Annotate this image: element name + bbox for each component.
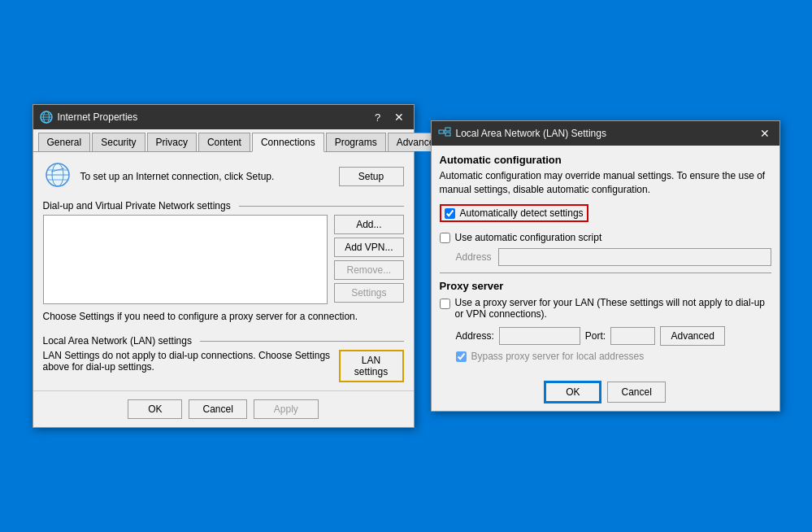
- bypass-checkbox[interactable]: [456, 351, 467, 362]
- tab-connections[interactable]: Connections: [252, 133, 324, 152]
- auto-detect-row: Automatically detect settings: [440, 204, 771, 227]
- auto-config-desc: Automatic configuration may override man…: [440, 169, 771, 197]
- svg-rect-11: [439, 130, 444, 133]
- proxy-use-checkbox[interactable]: [440, 299, 450, 309]
- lan-icon: [438, 127, 451, 140]
- advanced-button[interactable]: Advanced: [660, 326, 725, 346]
- vpn-buttons: Add... Add VPN... Remove... Settings: [334, 215, 403, 304]
- svg-rect-13: [445, 133, 450, 136]
- ok-button[interactable]: OK: [128, 399, 182, 419]
- vpn-section-label: Dial-up and Virtual Private Network sett…: [43, 200, 404, 211]
- proxy-port-label: Port:: [585, 330, 606, 342]
- divider: [440, 273, 771, 273]
- auto-script-label: Use automatic configuration script: [455, 232, 602, 243]
- bypass-row: Bypass proxy server for local addresses: [456, 351, 771, 362]
- help-button[interactable]: ?: [370, 109, 386, 125]
- apply-button[interactable]: Apply: [254, 399, 319, 419]
- bypass-label: Bypass proxy server for local addresses: [471, 351, 645, 362]
- proxy-address-input[interactable]: [499, 327, 580, 345]
- settings-button[interactable]: Settings: [334, 283, 403, 303]
- lan-info-text: LAN Settings do not apply to dial-up con…: [43, 350, 331, 373]
- tab-privacy[interactable]: Privacy: [147, 133, 197, 151]
- globe-icon: [43, 160, 72, 192]
- tab-programs[interactable]: Programs: [326, 133, 386, 151]
- auto-config-title: Automatic configuration: [440, 154, 771, 166]
- auto-config-section: Automatic configuration Automatic config…: [432, 146, 779, 371]
- lan-ok-button[interactable]: OK: [545, 382, 601, 403]
- vpn-area: Add... Add VPN... Remove... Settings: [43, 215, 404, 304]
- add-button[interactable]: Add...: [334, 215, 403, 234]
- proxy-address-row: Address: Port: Advanced: [456, 326, 771, 346]
- cancel-button[interactable]: Cancel: [189, 399, 246, 419]
- tab-security[interactable]: Security: [92, 133, 145, 151]
- auto-detect-checkbox[interactable]: [445, 208, 455, 219]
- lan-footer: OK Cancel: [432, 370, 779, 411]
- vpn-list[interactable]: [43, 215, 328, 304]
- address-row: Address: [456, 248, 771, 266]
- tabs-bar: General Security Privacy Content Connect…: [33, 129, 414, 152]
- tab-content[interactable]: Content: [198, 133, 250, 151]
- add-vpn-button[interactable]: Add VPN...: [334, 238, 403, 257]
- lan-settings-button[interactable]: LAN settings: [339, 350, 404, 382]
- address-label: Address: [456, 251, 492, 263]
- internet-props-title: Internet Properties: [58, 111, 365, 123]
- lan-close-button[interactable]: ✕: [757, 125, 773, 142]
- lan-title: Local Area Network (LAN) Settings: [456, 128, 752, 139]
- lan-titlebar: Local Area Network (LAN) Settings ✕: [432, 121, 779, 146]
- internet-props-icon: [40, 111, 53, 124]
- internet-props-footer: OK Cancel Apply: [33, 390, 414, 427]
- proxy-section-title: Proxy server: [440, 280, 771, 292]
- internet-props-titlebar: Internet Properties ? ✕: [33, 105, 414, 129]
- proxy-info-text: Choose Settings if you need to configure…: [43, 311, 404, 322]
- address-input[interactable]: [498, 248, 771, 266]
- proxy-port-input[interactable]: [610, 327, 655, 345]
- auto-detect-label[interactable]: Automatically detect settings: [440, 204, 588, 222]
- svg-rect-12: [445, 128, 450, 131]
- auto-script-row: Use automatic configuration script: [440, 232, 771, 243]
- proxy-address-label: Address:: [456, 330, 494, 342]
- connections-tab-content: To set up an Internet connection, click …: [33, 152, 414, 390]
- proxy-use-label: Use a proxy server for your LAN (These s…: [455, 297, 771, 320]
- internet-properties-dialog: Internet Properties ? ✕ General Security…: [33, 104, 415, 428]
- proxy-use-row: Use a proxy server for your LAN (These s…: [440, 297, 771, 320]
- lan-cancel-button[interactable]: Cancel: [607, 382, 665, 403]
- setup-text: To set up an Internet connection, click …: [80, 171, 331, 182]
- remove-button[interactable]: Remove...: [334, 260, 403, 280]
- lan-settings-dialog: Local Area Network (LAN) Settings ✕ Auto…: [431, 120, 780, 412]
- close-button[interactable]: ✕: [391, 109, 407, 125]
- lan-section: Local Area Network (LAN) settings LAN Se…: [43, 335, 404, 382]
- tab-general[interactable]: General: [38, 133, 91, 151]
- lan-row: LAN Settings do not apply to dial-up con…: [43, 350, 404, 382]
- setup-row: To set up an Internet connection, click …: [43, 160, 404, 192]
- auto-script-checkbox[interactable]: [440, 233, 450, 243]
- setup-button[interactable]: Setup: [339, 167, 404, 186]
- lan-section-label: Local Area Network (LAN) settings: [43, 335, 404, 347]
